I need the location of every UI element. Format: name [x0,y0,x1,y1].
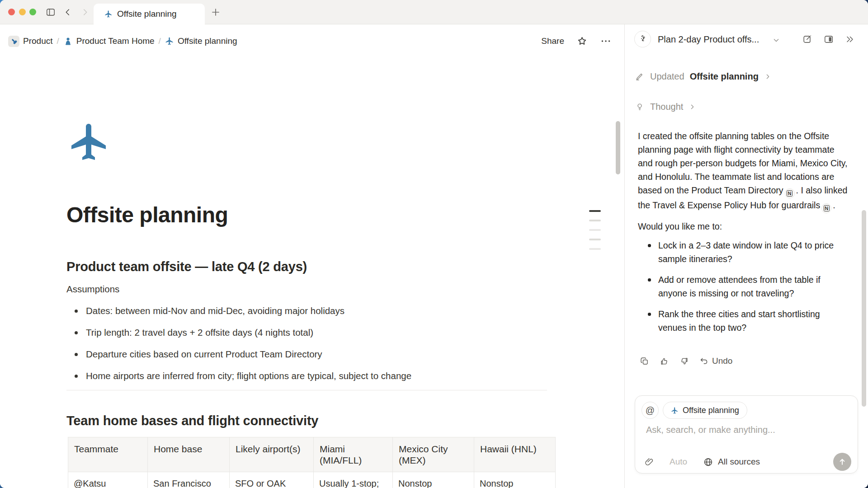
message-actions: Undo [640,356,732,366]
column-header[interactable]: Teammate [68,437,148,472]
updated-label: Updated [650,71,684,82]
column-header[interactable]: Mexico City (MEX) [393,437,474,472]
ai-sidebar: Plan 2-day Product offs... Updated [624,24,868,488]
chevron-right-icon [689,103,696,111]
column-header[interactable]: Hawaii (HNL) [474,437,556,472]
list-item: Rank the three cities and start shortlis… [638,307,839,334]
globe-icon [703,457,713,467]
list-item: Lock in a 2–3 date window in late Q4 to … [638,239,839,266]
page-plane-icon[interactable] [68,120,111,164]
suggestion-list: Lock in a 2–3 date window in late Q4 to … [638,239,849,334]
undo-button[interactable]: Undo [699,356,732,366]
outline-dash [589,220,601,221]
plane-icon [104,10,113,18]
composer-input[interactable]: Ask, search, or make anything... [646,425,775,435]
thumbs-up-icon[interactable] [660,357,669,366]
panel-layout-icon[interactable] [824,34,834,44]
sources-selector[interactable]: All sources [703,457,760,467]
minimize-window-button[interactable] [19,9,26,15]
forward-icon [80,7,90,17]
assumptions-label: Assumptions [66,284,119,295]
chevron-down-icon[interactable] [772,36,781,45]
section-heading: Product team offsite — late Q4 (2 days) [66,259,307,274]
list-item: Trip length: 2 travel days + 2 offsite d… [66,322,411,343]
sidebar-toggle-icon[interactable] [46,7,56,17]
updated-page-name: Offsite planning [690,71,759,82]
zoom-window-button[interactable] [29,9,36,15]
ai-sidebar-header: Plan 2-day Product offs... [625,24,868,54]
table-header-row: Teammate Home base Likely airport(s) Mia… [68,437,556,472]
context-chip-label: Offsite planning [683,406,739,415]
main-scrollbar[interactable] [616,121,620,174]
table-cell[interactable]: San Francisco [148,472,230,488]
undo-arrow-icon [699,357,709,366]
lightbulb-icon [635,102,645,112]
chevron-right-icon [764,73,772,80]
tab-offsite-planning[interactable]: Offsite planning [94,4,205,24]
page-title: Offsite planning [66,202,228,227]
table-cell[interactable]: SFO or OAK [230,472,314,488]
table-cell[interactable]: Nonstop [393,472,474,488]
copy-icon[interactable] [640,357,649,366]
notion-page-link-icon[interactable]: N [785,188,795,198]
thumbs-down-icon[interactable] [679,357,689,366]
tab-title: Offsite planning [117,9,177,19]
table-cell[interactable]: Usually 1-stop; [314,472,393,488]
list-item: Dates: between mid-Nov and mid-Dec, avoi… [66,300,411,322]
sidebar-scrollbar[interactable] [862,210,866,407]
column-header[interactable]: Home base [148,437,230,472]
new-chat-compose-icon[interactable] [802,34,812,44]
arrow-up-icon [838,457,847,466]
collapse-sidebar-chevrons-icon[interactable] [845,34,855,44]
list-item: Home airports are inferred from city; fl… [66,365,411,387]
assistant-message: I created the offsite planning tables on… [638,129,849,342]
thought-label: Thought [650,102,683,112]
tab-strip: Offsite planning [0,0,868,24]
outline-dash [589,210,601,212]
attachment-paperclip-icon[interactable] [644,457,655,467]
send-button[interactable] [833,453,851,471]
pencil-edit-icon [635,72,645,82]
divider [66,390,547,390]
table-row: @Katsu San Francisco SFO or OAK Usually … [68,472,556,488]
table-cell[interactable]: Nonstop [474,472,556,488]
main-area: Product / Product Team Home / Offsite pl… [0,24,624,488]
updated-page-row[interactable]: Updated Offsite planning [635,71,772,82]
message-question: Would you like me to: [638,220,849,233]
list-item: Departure cities based on current Produc… [66,343,411,365]
outline-dash [589,248,601,250]
connectivity-heading: Team home bases and flight connectivity [66,413,318,428]
undo-label: Undo [712,356,732,366]
back-icon[interactable] [63,7,73,17]
list-item: Add or remove attendees from the table i… [638,273,839,300]
table-cell[interactable]: @Katsu [68,472,148,488]
mode-selector[interactable]: Auto [670,457,687,467]
column-header[interactable]: Miami (MIA/FLL) [314,437,393,472]
sources-label: All sources [718,457,760,467]
assumptions-list: Dates: between mid-Nov and mid-Dec, avoi… [66,300,411,387]
outline-indicator[interactable] [589,210,601,258]
thread-title[interactable]: Plan 2-day Product offs... [658,34,759,45]
app-window: Offsite planning Product / Pro [0,0,868,488]
mention-at-button[interactable]: @ [642,402,659,419]
page-content: Offsite planning Product team offsite — … [0,24,624,488]
ai-face-icon [634,31,651,47]
plane-icon [671,407,679,414]
close-window-button[interactable] [8,9,15,15]
context-chip-offsite-planning[interactable]: Offsite planning [663,402,747,419]
outline-dash [589,239,601,240]
flight-connectivity-table[interactable]: Teammate Home base Likely airport(s) Mia… [68,437,556,488]
new-tab-button[interactable] [210,7,220,17]
column-header[interactable]: Likely airport(s) [230,437,314,472]
message-text: . [833,200,835,210]
notion-page-link-icon[interactable]: N [821,203,831,213]
outline-dash [589,229,601,231]
ai-composer[interactable]: @ Offsite planning Ask, search, or make … [635,395,858,474]
thought-row[interactable]: Thought [635,102,696,112]
